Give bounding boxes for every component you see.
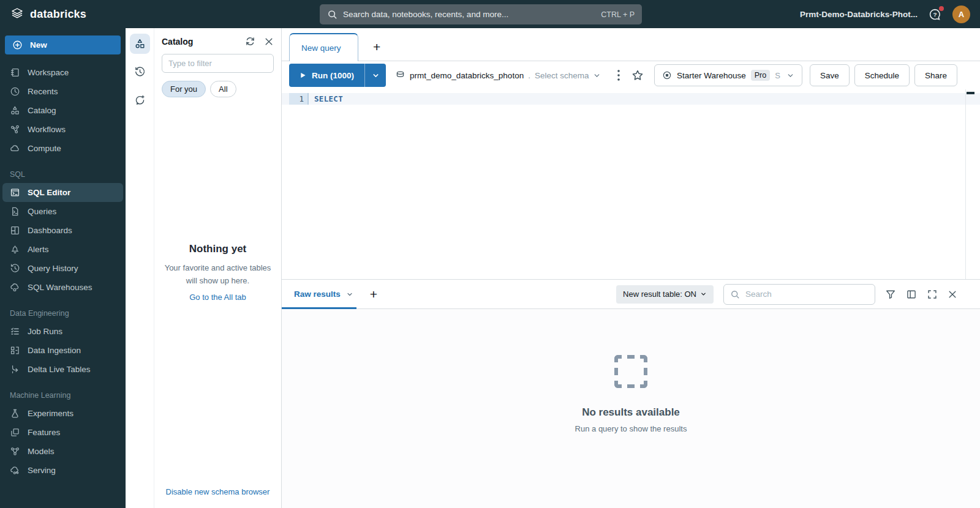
sidebar-item-data-ingestion[interactable]: Data Ingestion (2, 341, 123, 360)
section-sql: SQL (0, 170, 126, 179)
catalog-icon (134, 38, 146, 50)
avatar[interactable]: A (952, 6, 970, 23)
chevron-down-icon (372, 72, 380, 80)
sidebar-item-features[interactable]: Features (2, 423, 123, 442)
add-query-tab-button[interactable]: + (373, 40, 380, 53)
active-tab-underline (282, 307, 356, 309)
schema-browser-panel: Catalog For you All Nothing yet Your fav… (126, 28, 282, 508)
catalog-name: prmt_demo_databricks_photon (410, 71, 524, 80)
select-schema-label: Select schema (535, 71, 589, 80)
no-results-title: No results available (582, 406, 680, 419)
raw-results-label: Raw results (294, 289, 341, 299)
sidebar-item-label: Experiments (28, 409, 74, 418)
disable-schema-browser-link[interactable]: Disable new schema browser (166, 487, 270, 496)
strip-assistant-button[interactable] (130, 90, 150, 110)
left-sidebar: New Workspace Recents Catalog Workflows … (0, 28, 126, 508)
add-result-tab-button[interactable]: + (370, 288, 377, 301)
sidebar-item-label: SQL Warehouses (28, 283, 92, 292)
sidebar-item-label: Catalog (28, 106, 56, 115)
sidebar-item-sql-editor[interactable]: SQL Editor (2, 183, 123, 202)
run-button[interactable]: Run (1000) (289, 64, 386, 87)
new-button[interactable]: New (5, 35, 121, 54)
editor-scrollbar-thumb[interactable] (967, 92, 974, 94)
sidebar-item-models[interactable]: Models (2, 442, 123, 461)
sidebar-item-recents[interactable]: Recents (2, 82, 123, 101)
top-bar: databricks Search data, notebooks, recen… (0, 0, 980, 28)
strip-catalog-button[interactable] (130, 34, 150, 54)
sql-code-editor[interactable]: 1 SELECT (282, 89, 980, 279)
schema-empty-state: Nothing yet Your favorite and active tab… (162, 80, 274, 465)
fullscreen-icon[interactable] (927, 289, 938, 300)
sidebar-item-job-runs[interactable]: Job Runs (2, 322, 123, 341)
results-search-input[interactable] (745, 289, 869, 299)
results-search-box[interactable] (723, 284, 875, 305)
sidebar-item-experiments[interactable]: Experiments (2, 404, 123, 423)
chevron-down-icon (593, 72, 601, 80)
sidebar-item-label: Query History (28, 264, 78, 273)
help-button[interactable]: ? (929, 8, 941, 21)
sidebar-item-label: Models (28, 447, 55, 456)
sidebar-item-label: Delta Live Tables (28, 365, 91, 374)
schedule-button[interactable]: Schedule (854, 64, 910, 86)
queries-icon (10, 206, 20, 217)
flask-icon (10, 408, 20, 419)
sidebar-item-alerts[interactable]: Alerts (2, 240, 123, 259)
warehouse-selector[interactable]: Starter Warehouse Pro S (654, 64, 802, 86)
close-results-icon[interactable] (948, 289, 957, 299)
sidebar-item-label: Queries (28, 207, 56, 216)
dashboards-icon (10, 225, 20, 236)
search-icon (327, 9, 337, 20)
sidebar-item-label: Workspace (28, 68, 69, 77)
warehouse-name: Starter Warehouse (677, 71, 746, 80)
job-runs-icon (10, 326, 20, 337)
new-result-table-toggle[interactable]: New result table: ON (616, 285, 714, 304)
close-icon[interactable] (264, 37, 274, 47)
chevron-down-icon (700, 291, 707, 297)
sidebar-item-query-history[interactable]: Query History (2, 259, 123, 278)
sql-editor-icon (10, 187, 20, 198)
query-tab-label: New query (301, 43, 341, 53)
refresh-icon[interactable] (245, 36, 255, 47)
strip-history-button[interactable] (130, 62, 150, 82)
sidebar-item-dashboards[interactable]: Dashboards (2, 221, 123, 240)
search-icon (730, 289, 740, 299)
go-to-all-tab-link[interactable]: Go to the All tab (189, 293, 246, 302)
run-options-dropdown[interactable] (364, 64, 386, 87)
sidebar-item-delta-live-tables[interactable]: Delta Live Tables (2, 360, 123, 379)
catalog-schema-selector[interactable]: prmt_demo_databricks_photon . Select sch… (395, 70, 601, 81)
sidebar-item-label: Compute (28, 144, 61, 153)
side-panel-icon[interactable] (906, 289, 917, 300)
cloud-icon (10, 143, 20, 154)
serving-icon (10, 465, 20, 476)
global-search-input[interactable]: Search data, notebooks, recents, and mor… (320, 4, 642, 24)
search-placeholder: Search data, notebooks, recents, and mor… (343, 10, 595, 19)
filter-icon[interactable] (885, 289, 896, 300)
sidebar-item-compute[interactable]: Compute (2, 139, 123, 158)
sidebar-item-label: Data Ingestion (28, 346, 81, 355)
sidebar-item-sql-warehouses[interactable]: SQL Warehouses (2, 278, 123, 297)
tab-raw-results[interactable]: Raw results (294, 289, 353, 299)
schema-filter-input[interactable] (162, 54, 274, 73)
workspace-name[interactable]: Prmt-Demo-Databricks-Phot... (800, 10, 918, 19)
sidebar-item-catalog[interactable]: Catalog (2, 101, 123, 120)
data-ingestion-icon (10, 345, 20, 356)
code-line[interactable]: 1 SELECT (282, 93, 980, 105)
more-options-kebab[interactable] (612, 70, 625, 81)
databricks-layers-icon (10, 7, 24, 21)
sidebar-item-label: SQL Editor (28, 188, 70, 197)
sidebar-item-label: Job Runs (28, 327, 62, 336)
schema-browser-icon-strip (126, 28, 154, 508)
history-icon (134, 66, 146, 78)
save-button[interactable]: Save (810, 64, 850, 86)
sidebar-item-serving[interactable]: Serving (2, 461, 123, 480)
new-button-label: New (30, 40, 47, 50)
sidebar-item-queries[interactable]: Queries (2, 202, 123, 221)
favorite-star-icon[interactable] (630, 69, 649, 81)
tab-new-query[interactable]: New query (289, 33, 358, 61)
databricks-logo[interactable]: databricks (10, 7, 86, 21)
sidebar-item-workflows[interactable]: Workflows (2, 120, 123, 139)
database-icon (395, 70, 405, 81)
share-button[interactable]: Share (914, 64, 957, 86)
sidebar-item-workspace[interactable]: Workspace (2, 63, 123, 82)
catalog-icon (10, 105, 20, 116)
